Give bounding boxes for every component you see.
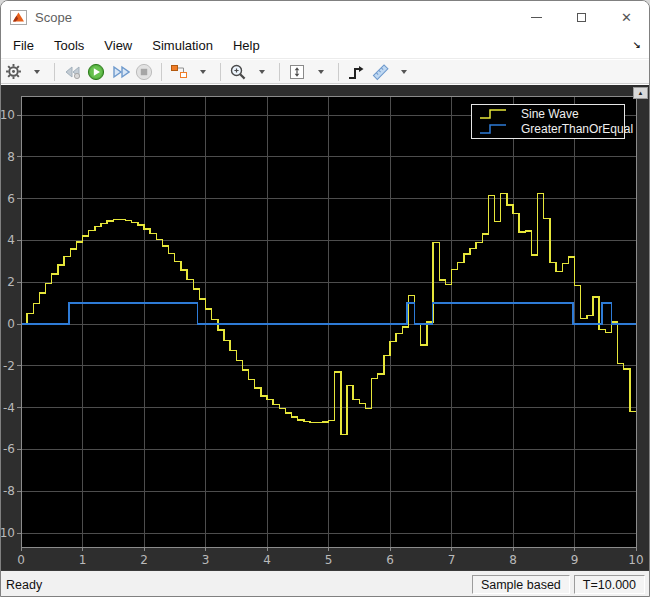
menu-item-file[interactable]: File xyxy=(3,34,44,57)
menu-bar: FileToolsViewSimulationHelp↘ xyxy=(1,33,649,59)
svg-text:4: 4 xyxy=(7,233,15,247)
simulation-time-badge: T=10.000 xyxy=(574,575,645,594)
maximize-button[interactable] xyxy=(559,1,604,33)
svg-text:2: 2 xyxy=(7,275,15,289)
legend-entry: Sine Wave xyxy=(472,106,624,121)
dock-arrow-icon[interactable]: ↘ xyxy=(633,40,641,51)
menu-item-simulation[interactable]: Simulation xyxy=(142,34,223,57)
chevron-down-icon xyxy=(34,70,40,74)
svg-text:9: 9 xyxy=(571,553,579,567)
step-forward-icon xyxy=(111,64,130,80)
chevron-down-icon xyxy=(401,70,407,74)
chevron-down-icon xyxy=(318,70,324,74)
toolbar-separator xyxy=(279,63,280,81)
svg-text:0: 0 xyxy=(17,553,25,567)
chevron-down-icon xyxy=(259,70,265,74)
scope-window: Scope ✕ FileToolsViewSimulationHelp↘ xyxy=(0,0,650,597)
svg-text:8: 8 xyxy=(509,553,517,567)
chevron-down-icon xyxy=(200,70,206,74)
title-bar[interactable]: Scope ✕ xyxy=(1,1,649,33)
fit-dropdown-button[interactable] xyxy=(310,61,332,83)
scope-canvas[interactable]: 012345678910-10-8-6-4-20246810 ▲ Sine Wa… xyxy=(1,85,650,570)
settings-gear-icon xyxy=(5,63,22,80)
zoom-dropdown-button[interactable] xyxy=(251,61,273,83)
svg-text:-4: -4 xyxy=(3,401,15,415)
close-icon: ✕ xyxy=(621,11,632,24)
svg-text:-2: -2 xyxy=(3,359,15,373)
settings-dropdown-button[interactable] xyxy=(26,61,48,83)
maximize-icon xyxy=(577,13,586,22)
maximize-axes-icon: ▲ xyxy=(638,90,644,96)
step-back-button[interactable] xyxy=(61,61,83,83)
run-icon xyxy=(87,63,105,81)
fit-to-view-button[interactable] xyxy=(286,61,308,83)
settings-button[interactable] xyxy=(2,61,24,83)
step-forward-button[interactable] xyxy=(109,61,131,83)
legend-line-icon xyxy=(479,122,507,136)
measurements-dropdown-button[interactable] xyxy=(393,61,415,83)
highlight-block-button[interactable] xyxy=(168,61,190,83)
matlab-app-icon xyxy=(10,10,27,25)
legend[interactable]: Sine WaveGreaterThanOrEqual xyxy=(471,104,625,139)
minimize-icon xyxy=(531,17,542,18)
close-button[interactable]: ✕ xyxy=(604,1,649,33)
svg-text:5: 5 xyxy=(325,553,333,567)
svg-text:3: 3 xyxy=(202,553,210,567)
svg-text:2: 2 xyxy=(140,553,148,567)
svg-text:10: 10 xyxy=(628,553,643,567)
status-bar: Ready Sample based T=10.000 xyxy=(1,570,649,597)
highlight-dropdown-button[interactable] xyxy=(192,61,214,83)
highlight-block-icon xyxy=(170,63,188,80)
toolbar-separator xyxy=(161,63,162,81)
status-text: Ready xyxy=(6,578,42,592)
window-controls: ✕ xyxy=(514,1,649,33)
svg-text:1: 1 xyxy=(79,553,87,567)
minimize-button[interactable] xyxy=(514,1,559,33)
zoom-button[interactable] xyxy=(227,61,249,83)
measurements-ruler-icon xyxy=(371,63,390,81)
toolbar-separator xyxy=(220,63,221,81)
toolbar-separator xyxy=(54,63,55,81)
legend-line-icon xyxy=(479,107,507,121)
stop-button[interactable] xyxy=(133,61,155,83)
toolbar-separator xyxy=(338,63,339,81)
svg-text:6: 6 xyxy=(7,192,15,206)
sample-mode-badge: Sample based xyxy=(472,575,570,594)
legend-label: Sine Wave xyxy=(521,107,579,121)
maximize-axes-button[interactable]: ▲ xyxy=(633,87,648,99)
scope-plot[interactable]: 012345678910-10-8-6-4-20246810 xyxy=(1,85,650,570)
svg-text:-10: -10 xyxy=(1,526,15,540)
legend-label: GreaterThanOrEqual xyxy=(521,122,633,136)
stop-icon xyxy=(135,63,153,81)
run-button[interactable] xyxy=(85,61,107,83)
fit-to-view-icon xyxy=(288,63,306,81)
svg-text:10: 10 xyxy=(1,108,15,122)
menu-item-view[interactable]: View xyxy=(94,34,142,57)
step-back-icon xyxy=(63,64,82,80)
svg-text:-6: -6 xyxy=(3,442,15,456)
trigger-button[interactable] xyxy=(345,61,367,83)
menu-item-help[interactable]: Help xyxy=(223,34,270,57)
zoom-in-icon xyxy=(229,63,247,81)
menu-item-tools[interactable]: Tools xyxy=(44,34,94,57)
svg-text:0: 0 xyxy=(7,317,15,331)
measurements-button[interactable] xyxy=(369,61,391,83)
svg-text:6: 6 xyxy=(386,553,394,567)
toolbar xyxy=(1,60,649,84)
svg-text:4: 4 xyxy=(263,553,271,567)
trigger-icon xyxy=(347,64,365,80)
svg-text:7: 7 xyxy=(448,553,456,567)
window-title: Scope xyxy=(35,10,72,25)
legend-entry: GreaterThanOrEqual xyxy=(472,121,624,136)
svg-text:8: 8 xyxy=(7,150,15,164)
svg-text:-8: -8 xyxy=(3,484,15,498)
